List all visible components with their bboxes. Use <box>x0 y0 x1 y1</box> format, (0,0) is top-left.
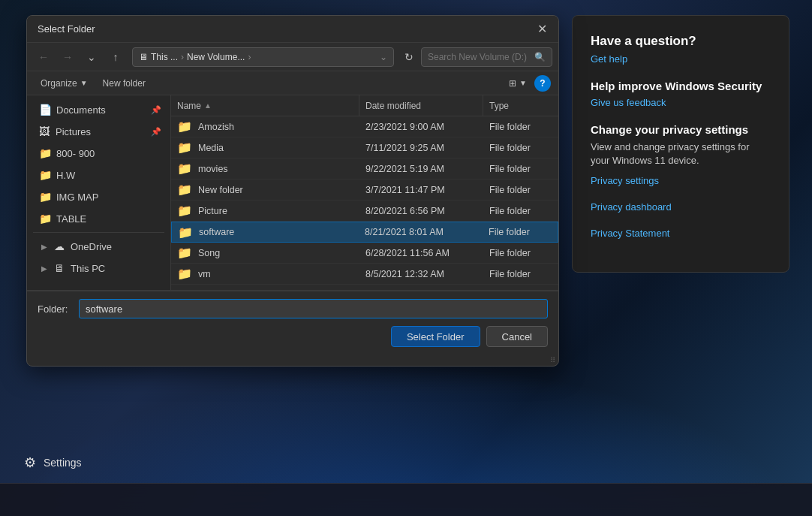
table-row[interactable]: 📁 vm 8/5/2021 12:32 AM File folder <box>171 264 558 285</box>
folder-800-icon: 📁 <box>39 147 52 159</box>
file-date-cell: 7/11/2021 9:25 AM <box>359 137 483 158</box>
table-row[interactable]: 📁 Media 7/11/2021 9:25 AM File folder <box>171 137 558 158</box>
address-bar[interactable]: 🖥 This ... › New Volume... › ⌄ <box>132 47 394 67</box>
file-type-cell: File folder <box>483 222 558 242</box>
table-row[interactable]: 📁 Amozish 2/23/2021 9:00 AM File folder <box>171 116 558 137</box>
pictures-label: Pictures <box>56 126 91 137</box>
column-name-header[interactable]: Name ▲ <box>171 95 359 116</box>
table-row[interactable]: 📁 New folder 3/7/2021 11:47 PM File fold… <box>171 180 558 201</box>
file-dialog: Select Folder ✕ ← → ⌄ ↑ 🖥 This ... › New… <box>26 15 559 367</box>
file-type-cell: File folder <box>483 158 558 179</box>
nav-item-hw[interactable]: 📁 H.W <box>30 164 167 186</box>
table-row[interactable]: 📁 software 8/21/2021 8:01 AM File folder <box>171 222 558 243</box>
column-type-header[interactable]: Type <box>483 95 558 116</box>
folder-icon: 📁 <box>177 119 192 134</box>
new-folder-button[interactable]: New folder <box>97 74 152 92</box>
folder-table-label: TABLE <box>56 213 86 225</box>
file-type-cell: File folder <box>483 137 558 158</box>
thispc-label: This PC <box>71 263 105 274</box>
file-date-cell: 8/20/2021 6:56 PM <box>359 201 483 221</box>
view-buttons: ⊞ ▼ ? <box>503 74 551 92</box>
table-row[interactable]: 📁 Song 6/28/2021 11:56 AM File folder <box>171 243 558 264</box>
privacy-dashboard-link[interactable]: Privacy dashboard <box>591 201 771 213</box>
onedrive-label: OneDrive <box>71 241 112 252</box>
documents-label: Documents <box>56 104 106 116</box>
organize-label: Organize <box>41 78 77 89</box>
file-name: software <box>199 227 234 237</box>
file-date-cell: 8/5/2021 12:32 AM <box>359 264 483 284</box>
view-options-button[interactable]: ⊞ ▼ <box>503 74 533 92</box>
back-button[interactable]: ← <box>33 47 54 68</box>
up-button[interactable]: ↑ <box>105 47 126 68</box>
search-input[interactable] <box>428 52 530 62</box>
col-date-label: Date modified <box>365 101 421 111</box>
table-row[interactable]: 📁 movies 9/22/2021 5:19 AM File folder <box>171 158 558 180</box>
file-type-cell: File folder <box>483 201 558 221</box>
folder-row: Folder: <box>38 299 548 318</box>
folder-icon: 📁 <box>177 161 192 176</box>
nav-item-pictures[interactable]: 🖼 Pictures 📌 <box>30 121 167 142</box>
file-name: Amozish <box>198 122 234 132</box>
folder-hw-icon: 📁 <box>39 169 52 181</box>
nav-item-800-900[interactable]: 📁 800- 900 <box>30 143 167 164</box>
feedback-link[interactable]: Give us feedback <box>591 97 771 108</box>
action-bar: Organize ▼ New folder ⊞ ▼ ? <box>27 71 558 95</box>
dialog-title: Select Folder <box>38 23 525 35</box>
file-name-cell: 📁 Picture <box>171 201 359 221</box>
cancel-button[interactable]: Cancel <box>486 326 548 347</box>
file-list-header: Name ▲ Date modified Type <box>171 95 558 116</box>
nav-divider <box>33 232 164 233</box>
settings-item[interactable]: ⚙ Settings <box>15 448 91 477</box>
improve-heading: Help improve Windows Security <box>591 80 771 92</box>
file-name: Picture <box>198 206 227 216</box>
forward-button[interactable]: → <box>57 47 78 68</box>
nav-item-imgmap[interactable]: 📁 IMG MAP <box>30 186 167 207</box>
table-row[interactable]: 📁 Picture 8/20/2021 6:56 PM File folder <box>171 201 558 222</box>
help-button[interactable]: ? <box>534 75 551 92</box>
folder-input[interactable] <box>79 299 548 318</box>
file-date-cell: 9/22/2021 5:19 AM <box>359 158 483 179</box>
dialog-actions: Select Folder Cancel <box>38 326 548 347</box>
close-button[interactable]: ✕ <box>531 19 552 40</box>
nav-item-onedrive[interactable]: ▶ ☁ OneDrive <box>30 236 167 257</box>
refresh-button[interactable]: ↻ <box>400 48 418 66</box>
nav-item-table[interactable]: 📁 TABLE <box>30 208 167 229</box>
col-type-label: Type <box>489 101 509 111</box>
folder-icon: 📁 <box>177 183 192 197</box>
folder-imgmap-icon: 📁 <box>39 191 52 203</box>
file-type-cell: File folder <box>483 180 558 200</box>
folder-800-label: 800- 900 <box>56 148 95 159</box>
recent-locations-button[interactable]: ⌄ <box>81 47 102 68</box>
sort-arrow-icon: ▲ <box>204 101 212 110</box>
file-type-cell: File folder <box>483 243 558 263</box>
privacy-settings-link[interactable]: Privacy settings <box>591 175 771 186</box>
address-dropdown-icon[interactable]: ⌄ <box>380 52 387 62</box>
organize-chevron-icon: ▼ <box>80 79 88 87</box>
resize-handle[interactable]: ⠿ <box>27 355 558 366</box>
address-part2: New Volume... <box>187 52 245 62</box>
taskbar <box>0 483 812 516</box>
search-icon: 🔍 <box>534 52 546 62</box>
get-help-link[interactable]: Get help <box>591 53 771 65</box>
select-folder-button[interactable]: Select Folder <box>391 326 480 347</box>
main-content: 📄 Documents 📌 🖼 Pictures 📌 📁 800- 900 📁 … <box>27 95 558 291</box>
grid-view-icon: ⊞ <box>509 78 516 89</box>
navigation-toolbar: ← → ⌄ ↑ 🖥 This ... › New Volume... › ⌄ ↻… <box>27 43 558 71</box>
search-box: 🔍 <box>421 47 552 67</box>
organize-button[interactable]: Organize ▼ <box>35 74 94 92</box>
nav-item-thispc[interactable]: ▶ 🖥 This PC <box>30 258 167 279</box>
nav-item-documents[interactable]: 📄 Documents 📌 <box>30 99 167 120</box>
col-name-label: Name <box>177 101 201 111</box>
column-date-header[interactable]: Date modified <box>359 95 483 116</box>
file-date-cell: 2/23/2021 9:00 AM <box>359 116 483 137</box>
address-icon: 🖥 <box>139 52 148 62</box>
file-pane: Name ▲ Date modified Type 📁 Amozish 2/23… <box>171 95 558 290</box>
dialog-overlay: Select Folder ✕ ← → ⌄ ↑ 🖥 This ... › New… <box>26 0 559 367</box>
folder-label: Folder: <box>38 303 71 315</box>
file-type-cell: File folder <box>483 264 558 284</box>
folder-icon: 📁 <box>177 140 192 155</box>
file-name: Song <box>198 248 220 258</box>
privacy-statement-link[interactable]: Privacy Statement <box>591 228 771 239</box>
file-list-body: 📁 Amozish 2/23/2021 9:00 AM File folder … <box>171 116 558 290</box>
file-name: movies <box>198 164 228 174</box>
